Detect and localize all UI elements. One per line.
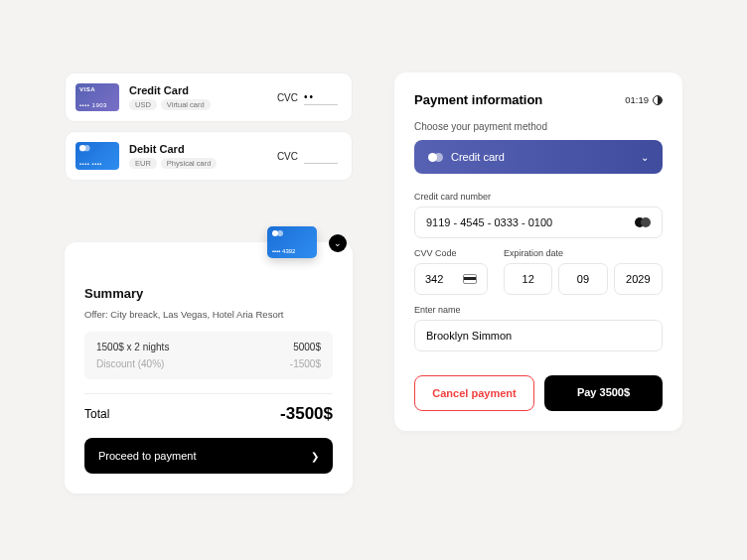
exp-day-input[interactable]: 12 (504, 263, 552, 295)
card-title: Credit Card (129, 84, 277, 96)
proceed-button[interactable]: Proceed to payment ❯ (84, 438, 333, 474)
offer-text: Offer: City breack, Las Vegas, Hotel Ari… (84, 309, 333, 320)
tag-type: Virtual card (161, 99, 211, 110)
expand-card-button[interactable]: ⌄ (329, 234, 347, 252)
chevron-right-icon: ❯ (311, 451, 319, 462)
choose-method-label: Choose your payment method (414, 121, 663, 132)
price-breakdown: 1500$ x 2 nights 5000$ Discount (40%) -1… (84, 332, 333, 379)
name-label: Enter name (414, 305, 663, 315)
card-title: Debit Card (129, 143, 277, 155)
card-thumbnail-visa: VISA •••• 1903 (75, 83, 119, 111)
card-info: Debit Card EUR Physical card (129, 143, 277, 169)
payment-panel: Payment information 01:19 Choose your pa… (394, 72, 682, 431)
tag-currency: USD (129, 99, 157, 110)
card-thumbnail-debit: •••• •••• (75, 142, 119, 170)
countdown-timer: 01:19 (625, 94, 663, 105)
method-label: Credit card (451, 151, 505, 163)
cvv-label: CVV Code (414, 248, 488, 258)
exp-month-input[interactable]: 09 (558, 263, 607, 295)
cardholder-name-input[interactable] (414, 320, 663, 351)
cc-number-label: Credit card number (414, 192, 663, 202)
total-label: Total (84, 407, 109, 421)
panel-title: Payment information (414, 92, 542, 107)
timer-icon (653, 95, 663, 105)
cvc-input[interactable] (304, 148, 338, 164)
card-brand-icon (635, 217, 651, 227)
cc-number-input[interactable]: 9119 - 4545 - 0333 - 0100 (414, 207, 663, 238)
line-item-value: 5000$ (293, 342, 321, 352)
cc-number-value: 9119 - 4545 - 0333 - 0100 (426, 216, 552, 228)
cvc-label: CVC (277, 92, 298, 103)
mastercard-icon (428, 153, 443, 162)
expiration-label: Expiration date (504, 248, 663, 258)
card-back-icon (463, 274, 477, 284)
discount-value: -1500$ (290, 358, 321, 369)
card-option-credit[interactable]: VISA •••• 1903 Credit Card USD Virtual c… (65, 72, 353, 122)
chevron-down-icon: ⌄ (641, 152, 649, 163)
selected-card-thumbnail: •••• 4392 (267, 226, 317, 258)
card-info: Credit Card USD Virtual card (129, 84, 277, 110)
cvv-input[interactable]: 342 (414, 263, 488, 295)
summary-heading: Summary (84, 286, 333, 301)
tag-currency: EUR (129, 158, 157, 169)
discount-label: Discount (40%) (96, 358, 164, 369)
total-value: -3500$ (280, 404, 333, 424)
exp-year-input[interactable]: 2029 (614, 263, 663, 295)
chevron-down-icon: ⌄ (334, 238, 342, 248)
card-option-debit[interactable]: •••• •••• Debit Card EUR Physical card C… (65, 131, 353, 181)
payment-method-select[interactable]: Credit card ⌄ (414, 140, 663, 174)
cancel-button[interactable]: Cancel payment (414, 375, 534, 411)
summary-card: •••• 4392 ⌄ Summary Offer: City breack, … (65, 242, 353, 493)
proceed-label: Proceed to payment (98, 450, 196, 462)
divider (84, 393, 333, 394)
cvc-label: CVC (277, 151, 298, 162)
line-item-label: 1500$ x 2 nights (96, 342, 169, 352)
pay-button[interactable]: Pay 3500$ (544, 375, 663, 411)
cvv-value: 342 (425, 273, 443, 285)
tag-type: Physical card (161, 158, 218, 169)
cvc-input[interactable] (304, 89, 338, 105)
